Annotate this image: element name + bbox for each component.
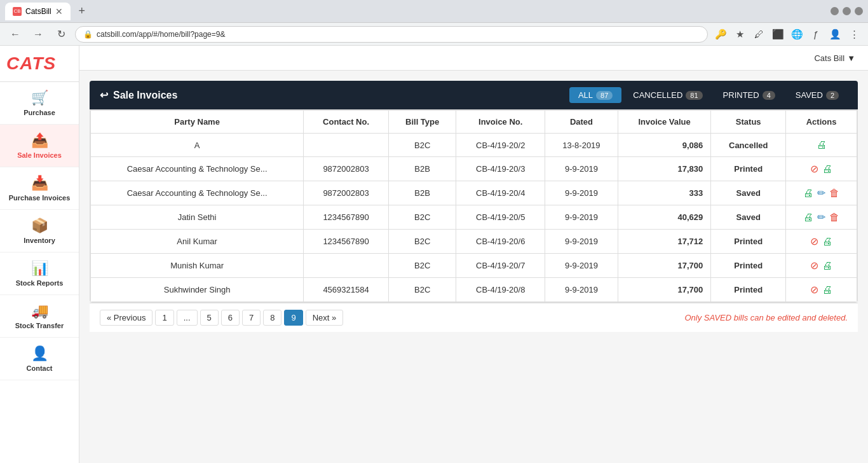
profile-icon[interactable]: 👤 [827, 27, 843, 42]
filter-tab-all[interactable]: ALL 87 [569, 87, 621, 103]
cell-contact [304, 134, 389, 157]
col-status: Status [711, 111, 786, 134]
extensions-icon[interactable]: 🔑 [713, 27, 728, 42]
cell-bill-type: B2C [388, 278, 456, 302]
pagination-bar: « Previous 1 ... 5 6 7 8 9 Next » Only S… [90, 303, 858, 332]
print-icon[interactable]: 🖨 [803, 212, 813, 223]
cell-party-name: Anil Kumar [91, 230, 304, 254]
filter-saved-label: SAVED [796, 90, 823, 100]
cell-party-name: Caesar Accounting & Technology Se... [91, 181, 304, 205]
filter-tab-printed[interactable]: PRINTED 4 [714, 87, 784, 103]
table-scroll[interactable]: Party Name Contact No. Bill Type Invoice… [90, 110, 857, 302]
address-bar-row: ← → ↻ 🔒 catsbill.com/app/#/home/bill?pag… [0, 23, 868, 46]
cancel-icon[interactable]: ⊘ [810, 284, 818, 296]
browser-tab[interactable]: CB CatsBill ✕ [5, 3, 71, 20]
new-tab-button[interactable]: + [73, 3, 91, 20]
prev-page-button[interactable]: « Previous [100, 310, 153, 326]
sidebar-item-stock-reports[interactable]: 📊 Stock Reports [0, 252, 79, 295]
header-title: Cats Bill [814, 53, 844, 63]
reload-button[interactable]: ↻ [52, 25, 70, 43]
page-btn-7[interactable]: 7 [242, 310, 261, 326]
window-maximize-button[interactable] [843, 7, 851, 15]
address-bar[interactable]: 🔒 catsbill.com/app/#/home/bill?page=9& [75, 26, 708, 43]
filter-tab-saved[interactable]: SAVED 2 [787, 87, 848, 103]
page-btn-6[interactable]: 6 [221, 310, 240, 326]
filter-tab-cancelled[interactable]: CANCELLED 81 [624, 87, 711, 103]
forward-button[interactable]: → [29, 25, 47, 43]
sidebar-item-contact[interactable]: 👤 Contact [0, 338, 79, 380]
window-minimize-button[interactable] [831, 7, 839, 15]
edit-icon[interactable]: ✏ [817, 211, 825, 223]
purchase-invoices-icon: 📥 [31, 175, 48, 191]
cell-invoice-no: CB-4/19-20/2 [456, 134, 545, 157]
inventory-icon: 📦 [31, 218, 48, 234]
cell-status: Saved [711, 181, 786, 205]
cell-party-name: Caesar Accounting & Technology Se... [91, 157, 304, 181]
next-page-button[interactable]: Next » [306, 310, 344, 326]
table-row[interactable]: Caesar Accounting & Technology Se...9872… [91, 157, 857, 181]
filter-all-badge: 87 [596, 91, 613, 100]
cancel-icon[interactable]: ⊘ [810, 259, 818, 272]
edit-icon[interactable]: ✏ [817, 187, 825, 199]
cell-status: Saved [711, 205, 786, 230]
print-icon[interactable]: 🖨 [822, 260, 832, 272]
sidebar-item-stock-transfer[interactable]: 🚚 Stock Transfer [0, 295, 79, 338]
table-row[interactable]: Jatin Sethi1234567890B2CCB-4/19-20/59-9-… [91, 205, 857, 230]
sidebar-item-inventory[interactable]: 📦 Inventory [0, 210, 79, 252]
cancel-icon[interactable]: ⊘ [810, 163, 818, 175]
ext3-icon[interactable]: 🌐 [789, 27, 804, 42]
cell-actions: 🖨 [786, 134, 857, 157]
page-btn-8[interactable]: 8 [263, 310, 281, 326]
table-row[interactable]: Caesar Accounting & Technology Se...9872… [91, 181, 857, 205]
table-row[interactable]: AB2CCB-4/19-20/213-8-20199,086Cancelled🖨 [91, 134, 857, 157]
cell-contact: 1234567890 [304, 230, 389, 254]
cell-dated: 9-9-2019 [545, 181, 618, 205]
print-icon[interactable]: 🖨 [822, 163, 832, 175]
cell-party-name: Munish Kumar [91, 254, 304, 278]
cancel-icon[interactable]: ⊘ [810, 235, 818, 247]
cell-actions: 🖨✏🗑 [786, 205, 857, 230]
cell-party-name: A [91, 134, 304, 157]
logo: CATS [6, 53, 56, 74]
cell-invoice-value: 17,830 [618, 157, 710, 181]
header-user[interactable]: Cats Bill ▼ [814, 53, 855, 63]
ext1-icon[interactable]: 🖊 [751, 27, 766, 42]
ext4-icon[interactable]: ƒ [808, 27, 824, 42]
cell-invoice-no: CB-4/19-20/4 [456, 181, 545, 205]
cell-status: Printed [711, 230, 786, 254]
print-icon[interactable]: 🖨 [822, 284, 832, 296]
menu-icon[interactable]: ⋮ [846, 27, 862, 42]
window-close-button[interactable] [855, 7, 863, 15]
table-row[interactable]: Munish KumarB2CCB-4/19-20/79-9-201917,70… [91, 254, 857, 278]
filter-printed-label: PRINTED [723, 90, 759, 100]
filter-saved-badge: 2 [826, 91, 839, 100]
table-row[interactable]: Anil Kumar1234567890B2CCB-4/19-20/69-9-2… [91, 230, 857, 254]
tab-close-button[interactable]: ✕ [55, 7, 63, 16]
filter-printed-badge: 4 [763, 91, 775, 100]
cell-party-name: Jatin Sethi [91, 205, 304, 230]
cell-dated: 9-9-2019 [545, 254, 618, 278]
cell-status: Printed [711, 278, 786, 302]
tab-title: CatsBill [25, 7, 51, 16]
sidebar-item-stock-transfer-label: Stock Transfer [15, 322, 64, 329]
sidebar-item-purchase-invoices[interactable]: 📥 Purchase Invoices [0, 167, 79, 210]
ext2-icon[interactable]: ⬛ [770, 27, 785, 42]
back-button[interactable]: ← [6, 25, 24, 43]
delete-icon[interactable]: 🗑 [829, 212, 839, 223]
print-icon[interactable]: 🖨 [817, 139, 827, 151]
page-btn-1[interactable]: 1 [155, 310, 173, 326]
table-row[interactable]: Sukhwinder Singh4569321584B2CCB-4/19-20/… [91, 278, 857, 302]
stock-transfer-icon: 🚚 [31, 303, 48, 319]
bookmark-icon[interactable]: ★ [732, 27, 747, 42]
filter-all-label: ALL [578, 90, 593, 100]
sidebar: CATS 🛒 Purchase 📤 Sale Invoices 📥 Purcha… [0, 46, 79, 463]
filter-cancelled-badge: 81 [686, 91, 702, 100]
page-btn-9[interactable]: 9 [284, 310, 302, 326]
page-btn-5[interactable]: 5 [200, 310, 219, 326]
delete-icon[interactable]: 🗑 [829, 188, 839, 199]
sidebar-item-purchase[interactable]: 🛒 Purchase [0, 82, 79, 125]
cell-actions: 🖨✏🗑 [786, 181, 857, 205]
print-icon[interactable]: 🖨 [803, 188, 813, 199]
print-icon[interactable]: 🖨 [822, 236, 832, 247]
sidebar-item-sale-invoices[interactable]: 📤 Sale Invoices [0, 125, 79, 167]
